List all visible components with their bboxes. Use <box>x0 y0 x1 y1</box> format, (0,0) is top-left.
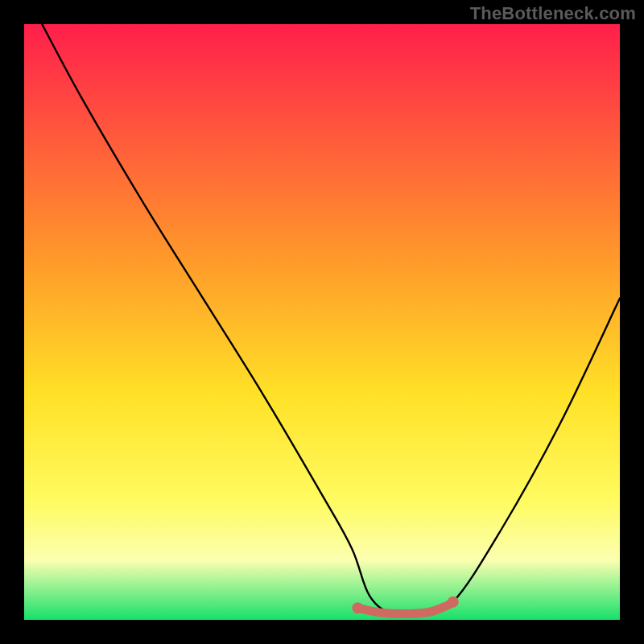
gradient-background <box>24 24 620 620</box>
watermark-text: TheBottleneck.com <box>470 3 636 24</box>
highlight-start-marker <box>352 602 363 613</box>
chart-svg <box>24 24 620 620</box>
plot-area <box>24 24 620 620</box>
chart-frame: TheBottleneck.com <box>0 0 644 644</box>
highlight-end-marker <box>448 597 459 608</box>
